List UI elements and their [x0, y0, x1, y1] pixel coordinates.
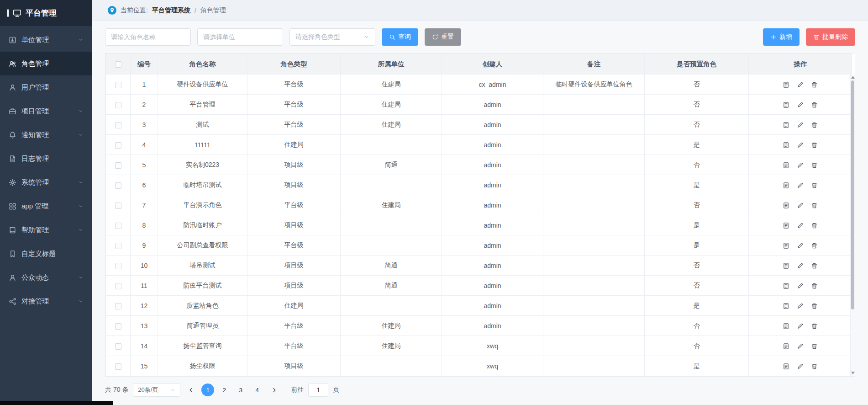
cell-creator: admin	[442, 95, 543, 115]
delete-button[interactable]	[811, 343, 818, 350]
view-button[interactable]	[783, 343, 789, 350]
sidebar-item-role-management[interactable]: 角色管理	[0, 52, 92, 75]
edit-button[interactable]	[797, 182, 804, 189]
view-button[interactable]	[783, 363, 789, 370]
scroll-thumb[interactable]	[851, 80, 854, 309]
delete-button[interactable]	[811, 101, 818, 108]
row-checkbox[interactable]	[115, 323, 121, 330]
reset-button[interactable]: 重置	[425, 28, 461, 46]
delete-button[interactable]	[811, 262, 818, 269]
view-button[interactable]	[783, 222, 789, 229]
sidebar-item-log-management[interactable]: 日志管理	[0, 147, 92, 171]
delete-button[interactable]	[811, 81, 818, 88]
row-checkbox[interactable]	[115, 162, 121, 169]
edit-button[interactable]	[797, 363, 804, 370]
row-checkbox[interactable]	[115, 283, 121, 289]
sidebar-item-custom-title[interactable]: 自定义标题	[0, 242, 92, 266]
prev-page-button[interactable]	[185, 384, 197, 396]
row-checkbox[interactable]	[115, 243, 121, 249]
delete-button[interactable]	[811, 222, 818, 229]
goto-page-input[interactable]	[308, 383, 328, 397]
breadcrumb-root[interactable]: 平台管理系统	[152, 6, 190, 15]
delete-button[interactable]	[811, 363, 818, 370]
cell-id: 4	[131, 135, 158, 155]
sidebar-item-project-management[interactable]: 项目管理	[0, 99, 92, 123]
add-button[interactable]: 新增	[763, 28, 800, 46]
edit-button[interactable]	[797, 282, 804, 289]
sidebar-item-user-management[interactable]: 用户管理	[0, 75, 92, 99]
delete-button[interactable]	[811, 303, 818, 309]
view-button[interactable]	[783, 262, 789, 269]
sidebar-item-app-management[interactable]: app 管理	[0, 194, 92, 218]
cell-creator: admin	[442, 155, 543, 175]
logo-bar	[7, 9, 9, 17]
sidebar-item-integration-management[interactable]: 对接管理	[0, 289, 92, 313]
sidebar-item-help-management[interactable]: 帮助管理	[0, 218, 92, 242]
view-button[interactable]	[783, 101, 789, 108]
page-size-select[interactable]: 20条/页	[133, 383, 180, 397]
row-checkbox[interactable]	[115, 263, 121, 269]
view-button[interactable]	[783, 323, 789, 330]
edit-button[interactable]	[797, 142, 804, 149]
unit-input[interactable]	[197, 28, 283, 46]
view-button[interactable]	[783, 282, 789, 289]
scroll-up-arrow[interactable]	[851, 76, 855, 79]
delete-button[interactable]	[811, 182, 818, 189]
view-button[interactable]	[783, 142, 789, 149]
view-button[interactable]	[783, 122, 789, 128]
role-type-select[interactable]: 请选择角色类型	[289, 28, 375, 46]
search-button[interactable]: 查询	[382, 28, 418, 46]
row-checkbox[interactable]	[115, 202, 121, 209]
sidebar-item-system-management[interactable]: 系统管理	[0, 171, 92, 194]
sidebar-item-unit-management[interactable]: 单位管理	[0, 28, 92, 52]
table-row: 15扬尘权限项目级xwq是	[106, 356, 852, 376]
row-checkbox[interactable]	[115, 363, 121, 370]
view-button[interactable]	[783, 182, 789, 189]
delete-button[interactable]	[811, 142, 818, 149]
view-button[interactable]	[783, 242, 789, 249]
view-button[interactable]	[783, 162, 789, 169]
row-checkbox[interactable]	[115, 102, 121, 108]
table-scrollbar[interactable]	[850, 75, 855, 376]
row-checkbox[interactable]	[115, 142, 121, 149]
edit-button[interactable]	[797, 122, 804, 128]
cell-role-name: 简通管理员	[158, 316, 247, 336]
select-all-checkbox[interactable]	[115, 61, 121, 68]
edit-button[interactable]	[797, 323, 804, 330]
page-button-2[interactable]: 2	[218, 384, 231, 396]
col-actions: 操作	[749, 54, 852, 75]
delete-button[interactable]	[811, 242, 818, 249]
row-checkbox[interactable]	[115, 182, 121, 189]
page-button-3[interactable]: 3	[234, 384, 247, 396]
role-name-input[interactable]	[105, 28, 191, 46]
row-checkbox[interactable]	[115, 122, 121, 128]
delete-button[interactable]	[811, 323, 818, 330]
page-button-4[interactable]: 4	[251, 384, 263, 396]
sidebar-item-notice-management[interactable]: 通知管理	[0, 123, 92, 147]
edit-button[interactable]	[797, 303, 804, 309]
sidebar-item-public-dynamics[interactable]: 公众动态	[0, 266, 92, 289]
edit-button[interactable]	[797, 101, 804, 108]
edit-button[interactable]	[797, 81, 804, 88]
batch-delete-button[interactable]: 批量删除	[806, 28, 855, 46]
edit-button[interactable]	[797, 222, 804, 229]
edit-button[interactable]	[797, 202, 804, 209]
edit-button[interactable]	[797, 343, 804, 350]
row-checkbox[interactable]	[115, 223, 121, 229]
scroll-down-arrow[interactable]	[851, 372, 855, 374]
delete-button[interactable]	[811, 282, 818, 289]
row-checkbox[interactable]	[115, 303, 121, 309]
edit-button[interactable]	[797, 262, 804, 269]
delete-button[interactable]	[811, 162, 818, 169]
edit-button[interactable]	[797, 162, 804, 169]
view-button[interactable]	[783, 81, 789, 88]
view-button[interactable]	[783, 303, 789, 309]
row-checkbox[interactable]	[115, 343, 121, 350]
row-checkbox[interactable]	[115, 82, 121, 88]
view-button[interactable]	[783, 202, 789, 209]
next-page-button[interactable]	[268, 384, 280, 396]
edit-button[interactable]	[797, 242, 804, 249]
page-button-1[interactable]: 1	[201, 384, 214, 396]
delete-button[interactable]	[811, 202, 818, 209]
delete-button[interactable]	[811, 122, 818, 128]
